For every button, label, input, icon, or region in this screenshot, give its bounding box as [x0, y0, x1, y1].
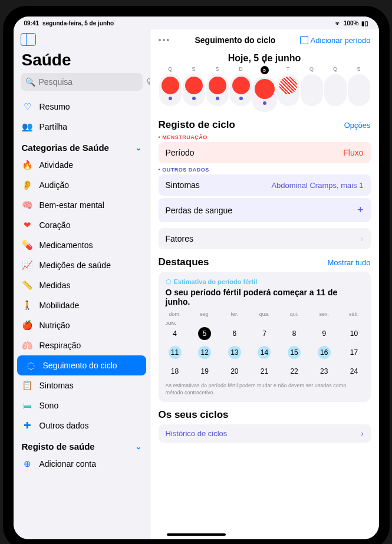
home-indicator[interactable]: [167, 533, 226, 536]
nav-symptoms[interactable]: 📋Sintomas: [14, 375, 150, 395]
ear-icon: 👂: [22, 179, 34, 191]
show-all-link[interactable]: Mostrar tudo: [328, 258, 371, 267]
fertile-text: O seu período fértil poderá começar a 11…: [166, 288, 364, 306]
battery-pct: 100%: [344, 20, 359, 27]
main-content: ••• Seguimento do ciclo Adicionar períod…: [150, 29, 379, 539]
page-title: Seguimento do ciclo: [195, 35, 275, 45]
more-icon[interactable]: •••: [159, 35, 171, 45]
ruler-icon: 📏: [22, 279, 34, 291]
day-col[interactable]: Q: [300, 66, 324, 112]
cycle-log-title: Registo de ciclo: [159, 119, 235, 131]
records-header[interactable]: Registo de saúde⌄: [14, 436, 150, 454]
fertile-icon: ◌: [166, 278, 172, 285]
walking-icon: 🚶: [22, 299, 34, 311]
lungs-icon: 🫁: [22, 339, 34, 351]
sidebar: Saúde 🔍 🎙 ♡Resumo 👥Partilha Categorias d…: [14, 29, 150, 539]
highlights-title: Destaques: [159, 256, 209, 268]
brain-icon: 🧠: [22, 199, 34, 211]
nav-sleep[interactable]: 🛏Sono: [14, 395, 150, 416]
people-icon: 👥: [22, 121, 34, 133]
chevron-right-icon: ›: [361, 234, 364, 243]
symptoms-row[interactable]: SintomasAbdominal Cramps, mais 1: [159, 174, 371, 196]
nav-hearing[interactable]: 👂Audição: [14, 175, 150, 195]
nav-respiratory[interactable]: 🫁Respiração: [14, 335, 150, 355]
add-period-button[interactable]: Adicionar período: [300, 36, 371, 45]
status-bar: 09:41 segunda-feira, 5 de junho ᯤ 100% ▮…: [14, 17, 379, 29]
clipboard-icon: 📋: [22, 380, 34, 391]
sidebar-toggle-icon[interactable]: [21, 33, 36, 46]
search-field[interactable]: 🔍 🎙: [21, 73, 143, 91]
add-circle-icon: ⊕: [22, 458, 34, 470]
nav-mental[interactable]: 🧠Bem-estar mental: [14, 195, 150, 215]
vitals-icon: 📈: [22, 259, 34, 271]
search-icon: 🔍: [25, 77, 35, 87]
day-col[interactable]: S: [347, 66, 371, 112]
day-col[interactable]: T: [276, 66, 300, 112]
your-cycles-title: Os seus ciclos: [159, 409, 229, 421]
battery-icon: ▮▯: [361, 20, 368, 27]
day-col[interactable]: S: [206, 66, 229, 112]
app-title: Saúde: [14, 46, 150, 73]
nav-cycle-tracking[interactable]: ◌Seguimento do ciclo: [17, 355, 146, 375]
pills-icon: 💊: [22, 239, 34, 251]
week-strip[interactable]: Q S S D 5 T Q Q S: [159, 66, 371, 112]
options-link[interactable]: Opções: [344, 121, 371, 130]
factors-row[interactable]: Fatores›: [159, 228, 371, 249]
day-col[interactable]: Q: [159, 66, 182, 112]
nav-measures[interactable]: 📏Medidas: [14, 275, 150, 295]
day-col[interactable]: D: [229, 66, 253, 112]
disclaimer-text: As estimativas do período fértil podem m…: [166, 383, 364, 396]
nav-heart[interactable]: ❤Coração: [14, 215, 150, 235]
heart-outline-icon: ♡: [22, 101, 34, 113]
status-date: segunda-feira, 5 de junho: [42, 20, 114, 27]
day-col[interactable]: S: [182, 66, 206, 112]
nav-summary[interactable]: ♡Resumo: [14, 97, 150, 117]
cycle-history-row[interactable]: Histórico de ciclos›: [159, 424, 371, 443]
spotting-row[interactable]: Perdas de sangue+: [159, 198, 371, 222]
bed-icon: 🛏: [22, 400, 34, 411]
nav-add-account[interactable]: ⊕Adicionar conta: [14, 454, 150, 474]
nav-medications[interactable]: 💊Medicamentos: [14, 235, 150, 255]
flame-icon: 🔥: [22, 159, 34, 171]
chevron-down-icon: ⌄: [136, 144, 141, 152]
chevron-down-icon: ⌄: [136, 443, 141, 451]
menstruation-label: MENSTRUAÇÃO: [159, 134, 371, 140]
heart-icon: ❤: [22, 219, 34, 231]
period-row[interactable]: PeríodoFluxo: [159, 142, 371, 163]
apple-icon: 🍎: [22, 319, 34, 331]
nav-activity[interactable]: 🔥Atividade: [14, 155, 150, 175]
nav-mobility[interactable]: 🚶Mobilidade: [14, 295, 150, 315]
day-col-today[interactable]: 5: [253, 66, 276, 112]
nav-sharing[interactable]: 👥Partilha: [14, 117, 150, 137]
nav-other-data[interactable]: ✚Outros dados: [14, 416, 150, 436]
nav-nutrition[interactable]: 🍎Nutrição: [14, 315, 150, 335]
status-time: 09:41: [24, 20, 39, 27]
cycle-icon: ◌: [25, 360, 37, 371]
day-col[interactable]: Q: [324, 66, 347, 112]
categories-header[interactable]: Categorias de Saúde⌄: [14, 137, 150, 155]
other-data-label: OUTROS DADOS: [159, 167, 371, 173]
plus-icon: ✚: [22, 420, 34, 431]
search-input[interactable]: [39, 77, 142, 87]
calendar-icon: [300, 36, 308, 44]
mic-icon[interactable]: 🎙: [146, 77, 150, 87]
nav-vitals[interactable]: 📈Medições de saúde: [14, 255, 150, 275]
add-icon: +: [357, 204, 364, 216]
chevron-right-icon: ›: [361, 429, 363, 438]
wifi-icon: ᯤ: [335, 20, 341, 27]
fertile-window-card[interactable]: ◌Estimativa do período fértil O seu perí…: [159, 272, 371, 402]
